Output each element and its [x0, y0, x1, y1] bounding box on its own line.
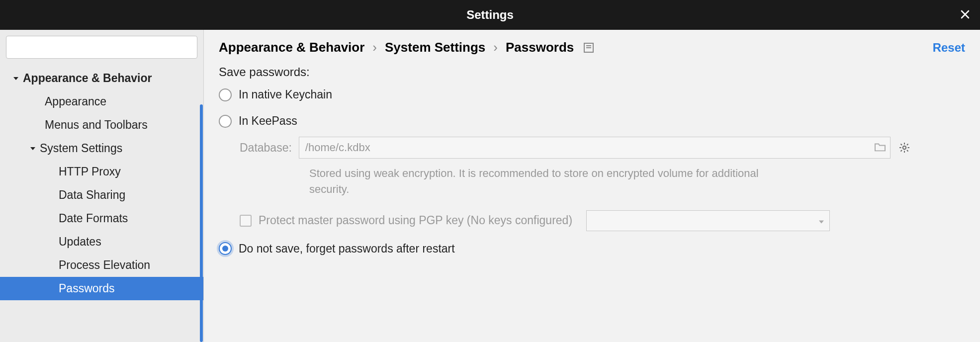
breadcrumb-part[interactable]: System Settings — [385, 40, 485, 55]
encryption-hint: Stored using weak encryption. It is reco… — [309, 166, 767, 197]
sidebar-item-appearance-behavior[interactable]: Appearance & Behavior — [0, 67, 203, 90]
search-input[interactable] — [6, 36, 197, 59]
sidebar-item-label: Date Formats — [59, 212, 128, 225]
gear-icon[interactable] — [897, 141, 911, 155]
database-path-value: /home/c.kdbx — [305, 141, 370, 154]
sidebar-item-label: HTTP Proxy — [59, 165, 121, 178]
sidebar-item-label: Appearance — [45, 95, 106, 108]
database-path-input[interactable]: /home/c.kdbx — [299, 137, 891, 159]
sidebar-item-menus-toolbars[interactable]: Menus and Toolbars — [0, 113, 203, 137]
sidebar-item-label: Data Sharing — [59, 188, 125, 202]
radio-native-keychain[interactable]: In native Keychain — [219, 88, 965, 101]
window-title: Settings — [466, 8, 514, 22]
settings-scope-icon[interactable] — [584, 43, 594, 53]
sidebar-item-label: Updates — [59, 235, 101, 249]
breadcrumb-part: Passwords — [506, 40, 574, 55]
browse-folder-icon[interactable] — [875, 141, 886, 155]
sidebar-item-label: System Settings — [40, 142, 122, 155]
radio-label: Do not save, forget passwords after rest… — [239, 242, 455, 256]
chevron-right-icon: › — [493, 40, 498, 55]
sidebar-item-appearance[interactable]: Appearance — [0, 90, 203, 113]
settings-content: Appearance & Behavior › System Settings … — [204, 30, 980, 342]
close-icon[interactable] — [960, 8, 970, 21]
sidebar-item-label: Appearance & Behavior — [23, 72, 152, 85]
sidebar-item-process-elevation[interactable]: Process Elevation — [0, 254, 203, 277]
breadcrumb-part[interactable]: Appearance & Behavior — [219, 40, 364, 55]
sidebar-item-updates[interactable]: Updates — [0, 230, 203, 254]
sidebar-item-label: Process Elevation — [59, 258, 150, 272]
titlebar: Settings — [0, 0, 980, 30]
sidebar-item-label: Menus and Toolbars — [45, 118, 148, 132]
svg-line-7 — [900, 144, 902, 146]
radio-icon — [219, 242, 232, 255]
sidebar-item-passwords[interactable]: Passwords — [0, 277, 203, 300]
pgp-checkbox[interactable] — [240, 215, 252, 227]
radio-label: In KeePass — [239, 114, 297, 128]
radio-icon — [219, 115, 232, 128]
chevron-right-icon: › — [372, 40, 377, 55]
chevron-down-icon — [28, 146, 38, 152]
sidebar-item-http-proxy[interactable]: HTTP Proxy — [0, 160, 203, 183]
svg-line-9 — [907, 144, 908, 146]
breadcrumb: Appearance & Behavior › System Settings … — [219, 40, 594, 55]
svg-line-10 — [900, 150, 902, 152]
svg-line-8 — [907, 150, 908, 152]
settings-tree: Appearance & Behavior Appearance Menus a… — [0, 64, 203, 342]
svg-point-2 — [903, 146, 906, 149]
settings-sidebar: Appearance & Behavior Appearance Menus a… — [0, 30, 204, 342]
sidebar-item-date-formats[interactable]: Date Formats — [0, 207, 203, 230]
pgp-label: Protect master password using PGP key (N… — [259, 214, 572, 227]
database-label: Database: — [240, 141, 292, 155]
chevron-down-icon — [11, 76, 21, 82]
chevron-down-icon — [818, 214, 824, 227]
sidebar-item-label: Passwords — [59, 282, 114, 295]
radio-icon — [219, 88, 232, 101]
sidebar-item-data-sharing[interactable]: Data Sharing — [0, 183, 203, 207]
radio-keepass[interactable]: In KeePass — [219, 114, 965, 128]
pgp-key-select[interactable] — [586, 210, 830, 231]
reset-button[interactable]: Reset — [933, 41, 965, 55]
sidebar-item-system-settings[interactable]: System Settings — [0, 137, 203, 160]
radio-label: In native Keychain — [239, 88, 332, 101]
scrollbar[interactable] — [200, 104, 203, 342]
radio-do-not-save[interactable]: Do not save, forget passwords after rest… — [219, 242, 965, 256]
save-passwords-label: Save passwords: — [219, 65, 965, 79]
